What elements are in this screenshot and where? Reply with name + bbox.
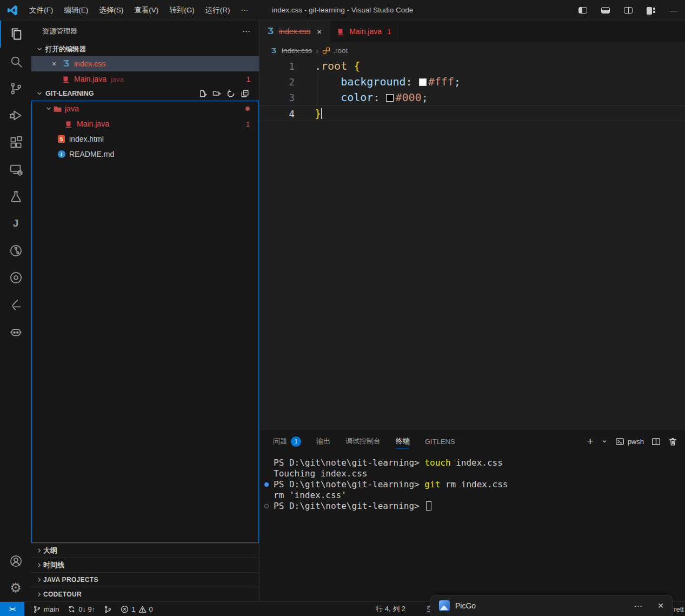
circle-dot-icon — [9, 270, 23, 285]
panel-tab-label: 终端 — [396, 436, 410, 446]
open-editor-row-indexcss[interactable]: × Ʒ index.css — [31, 56, 259, 71]
menu-go[interactable]: 转到(G) — [164, 3, 200, 18]
project-section-header[interactable]: GIT-LEARNING — [31, 87, 259, 101]
chevron-down-icon — [36, 45, 43, 53]
open-editor-row-mainjava[interactable]: Main.java java 1 — [31, 71, 259, 87]
chevron-right-icon — [36, 561, 43, 569]
toggle-panel-button[interactable] — [594, 0, 617, 21]
source-control-graph-item[interactable] — [104, 605, 112, 613]
tree-row-java-folder[interactable]: java — [32, 101, 258, 116]
kill-terminal-trash-icon[interactable] — [668, 437, 677, 446]
accounts-button[interactable] — [0, 547, 31, 574]
tree-item-label: java — [65, 104, 79, 113]
tab-label: index.css — [279, 27, 310, 36]
breadcrumb-file[interactable]: index.css — [282, 47, 312, 55]
terminal-line: PS D:\git\note\git-learning> git rm inde… — [274, 479, 680, 490]
breadcrumb-symbol[interactable]: .root — [333, 47, 348, 55]
source-control-activity-button[interactable] — [0, 75, 31, 102]
close-tab-icon[interactable]: × — [316, 27, 323, 36]
open-editors-header[interactable]: 打开的编辑器 — [31, 42, 259, 56]
menu-more-button[interactable]: ⋯ — [236, 3, 254, 18]
java-file-icon — [64, 120, 74, 128]
new-terminal-button[interactable]: + — [587, 435, 593, 448]
html-file-icon: 5 — [57, 135, 66, 143]
menu-file[interactable]: 文件(F) — [24, 3, 58, 18]
tree-row-indexhtml[interactable]: 5 index.html — [32, 131, 258, 147]
toast-more-button[interactable]: ⋯ — [634, 601, 643, 611]
collapse-all-icon[interactable] — [241, 89, 249, 98]
explorer-activity-button[interactable] — [0, 21, 31, 48]
toggle-sidebar-button[interactable] — [571, 0, 594, 21]
run-debug-activity-button[interactable] — [0, 102, 31, 129]
menu-view[interactable]: 查看(V) — [129, 3, 164, 18]
outline-section-header[interactable]: 大纲 — [31, 543, 259, 558]
tab-problem-badge: 1 — [387, 28, 391, 36]
customize-layout-icon — [647, 7, 656, 14]
menu-edit[interactable]: 编辑(E) — [58, 3, 94, 18]
split-terminal-icon[interactable] — [651, 437, 661, 446]
record-activity-button[interactable] — [0, 264, 31, 291]
new-folder-icon[interactable] — [212, 89, 221, 98]
tab-output[interactable]: 输出 — [316, 429, 330, 453]
ai-assistant-activity-button[interactable] — [0, 318, 31, 345]
tab-terminal[interactable]: 终端 — [396, 429, 410, 453]
menu-run[interactable]: 运行(R) — [200, 3, 236, 18]
line-number: 3 — [260, 90, 295, 105]
chevron-right-icon — [36, 576, 43, 584]
code-editor[interactable]: 1 .root { 2 background: #fff; 3 color: #… — [260, 58, 685, 429]
leetcode-icon — [9, 297, 23, 312]
customize-layout-button[interactable] — [640, 0, 662, 21]
new-file-icon[interactable] — [198, 89, 207, 98]
gitlens-activity-button[interactable] — [0, 237, 31, 264]
color-swatch-black[interactable] — [386, 94, 394, 102]
java-projects-section-header[interactable]: JAVA PROJECTS — [31, 572, 259, 587]
settings-button[interactable]: ⚙ — [0, 574, 31, 601]
toast-close-icon[interactable]: ✕ — [657, 601, 664, 610]
tree-row-mainjava[interactable]: Main.java 1 — [32, 116, 258, 131]
terminal-line: PS D:\git\note\git-learning> — [274, 501, 680, 512]
tree-row-readme[interactable]: i README.md — [32, 147, 258, 162]
close-editor-icon[interactable]: × — [50, 59, 58, 68]
error-icon — [121, 605, 129, 613]
tab-indexcss[interactable]: Ʒ index.css × — [260, 21, 330, 42]
chevron-right-icon — [36, 591, 43, 598]
prettier-item-fragment[interactable]: rett — [674, 605, 684, 613]
extensions-icon — [9, 135, 23, 150]
menu-selection[interactable]: 选择(S) — [94, 3, 129, 18]
remote-explorer-activity-button[interactable] — [0, 156, 31, 183]
vscode-logo-icon — [6, 4, 18, 16]
problems-status-item[interactable]: 1 0 — [121, 605, 152, 613]
color-swatch-white[interactable] — [419, 78, 427, 86]
refresh-icon[interactable] — [227, 89, 235, 98]
problems-count-badge: 1 — [291, 436, 301, 447]
code-line: 3 color: #000; — [260, 90, 685, 105]
terminal-line: rm 'index.css' — [274, 490, 680, 501]
sync-icon — [68, 605, 76, 613]
explorer-more-actions-button[interactable]: ⋯ — [242, 27, 251, 36]
java-projects-activity-button[interactable]: J — [0, 210, 31, 237]
tab-mainjava[interactable]: Main.java 1 — [330, 21, 398, 42]
sync-status-item[interactable]: 0↓ 9↑ — [68, 605, 95, 613]
leetcode-activity-button[interactable] — [0, 291, 31, 318]
timeline-section-header[interactable]: 时间线 — [31, 558, 259, 572]
minimize-button[interactable]: — — [662, 0, 685, 21]
cursor-position-item[interactable]: 行 4, 列 2 — [376, 604, 405, 614]
terminal-output[interactable]: PS D:\git\note\git-learning> touch index… — [274, 458, 680, 601]
tab-problems[interactable]: 问题 1 — [273, 429, 301, 453]
toggle-secondary-sidebar-button[interactable] — [617, 0, 640, 21]
open-editors-label: 打开的编辑器 — [45, 45, 86, 54]
title-bar: 文件(F) 编辑(E) 选择(S) 查看(V) 转到(G) 运行(R) ⋯ in… — [0, 0, 685, 21]
open-editor-label: Main.java — [74, 75, 107, 83]
tab-gitlens[interactable]: GITLENS — [425, 429, 455, 453]
extensions-activity-button[interactable] — [0, 129, 31, 156]
codetour-section-header[interactable]: CODETOUR — [31, 587, 259, 601]
branch-name: main — [44, 605, 59, 613]
terminal-dropdown-icon[interactable] — [601, 437, 608, 446]
remote-indicator-button[interactable]: >< — [0, 602, 24, 616]
tab-debug-console[interactable]: 调试控制台 — [345, 429, 381, 453]
bottom-panel: 问题 1 输出 调试控制台 终端 GITLENS + pwsh PS D:\gi… — [260, 429, 685, 601]
branch-status-item[interactable]: main — [33, 605, 59, 613]
testing-activity-button[interactable] — [0, 183, 31, 210]
search-activity-button[interactable] — [0, 48, 31, 75]
terminal-instance-pwsh[interactable]: pwsh — [615, 437, 644, 446]
